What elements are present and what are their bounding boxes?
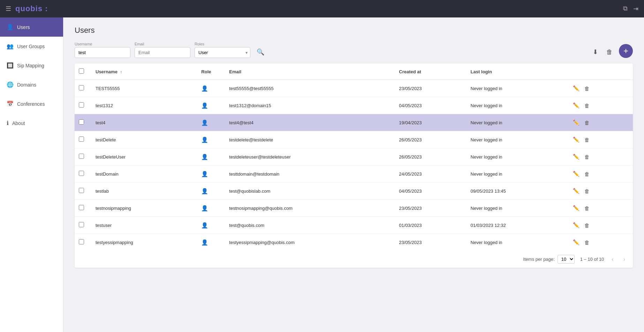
email-filter-group: Email (135, 42, 190, 58)
sidebar-item-about[interactable]: ℹ About (0, 113, 63, 133)
delete-button[interactable]: 🗑 (583, 187, 591, 195)
actions-cell: ✏️ 🗑 (571, 84, 629, 93)
row-email: test1312@domain15 (225, 97, 395, 114)
delete-button[interactable]: 🗑 (583, 84, 591, 93)
edit-button[interactable]: ✏️ (571, 84, 581, 93)
table-row: testDomain 👤 testtdomain@testdomain 24/0… (75, 165, 633, 183)
row-email: testyessipmapping@quobis.com (225, 234, 395, 251)
delete-button[interactable]: 🗑 (583, 119, 591, 127)
sidebar-label-sip-mapping: Sip Mapping (17, 63, 44, 68)
logout-icon[interactable]: ⇥ (633, 5, 638, 13)
delete-button[interactable]: 🗑 (583, 170, 591, 178)
edit-button[interactable]: ✏️ (571, 221, 581, 229)
edit-button[interactable]: ✏️ (571, 170, 581, 178)
row-role: 👤 (197, 131, 225, 148)
edit-button[interactable]: ✏️ (571, 153, 581, 161)
external-link-icon[interactable]: ⧉ (623, 5, 628, 13)
row-email: test@quobis.com (225, 217, 395, 234)
row-actions-cell: ✏️ 🗑 (567, 217, 633, 234)
items-per-page-label: Items per page: (523, 257, 554, 262)
row-email: testdeleteuser@testdeleteuser (225, 148, 395, 165)
row-role: 👤 (197, 217, 225, 234)
edit-button[interactable]: ✏️ (571, 187, 581, 195)
row-checkbox[interactable] (79, 205, 84, 210)
username-input[interactable] (75, 47, 130, 58)
page-title: Users (75, 26, 633, 35)
sidebar-item-domains[interactable]: 🌐 Domains (0, 75, 63, 94)
row-checkbox[interactable] (79, 85, 84, 90)
items-per-page-select[interactable]: 10 25 50 (558, 255, 575, 264)
search-button[interactable]: 🔍 (255, 46, 266, 58)
delete-button[interactable]: 🗑 (583, 102, 591, 110)
row-username: testuser (91, 217, 197, 234)
edit-button[interactable]: ✏️ (571, 204, 581, 212)
header-checkbox-col (75, 64, 91, 80)
row-checkbox[interactable] (79, 239, 84, 244)
sidebar-label-users: Users (17, 24, 30, 30)
row-last-login: Never logged in (467, 148, 567, 165)
delete-button[interactable]: 🗑 (583, 204, 591, 212)
pagination-range: 1 – 10 of 10 (580, 257, 604, 262)
download-button[interactable]: ⬇ (591, 46, 600, 58)
prev-page-button[interactable]: ‹ (609, 256, 615, 263)
user-role-icon: 👤 (201, 120, 208, 126)
roles-select[interactable]: User Admin Superadmin (195, 47, 250, 58)
edit-button[interactable]: ✏️ (571, 135, 581, 144)
topbar-right: ⧉ ⇥ (623, 5, 638, 13)
delete-button[interactable]: 🗑 (583, 238, 591, 246)
row-checkbox[interactable] (79, 171, 84, 176)
topbar: ☰ quobis : ⧉ ⇥ (0, 0, 644, 17)
next-page-button[interactable]: › (621, 256, 627, 263)
row-role: 👤 (197, 80, 225, 97)
delete-selected-button[interactable]: 🗑 (604, 46, 615, 58)
user-role-icon: 👤 (201, 239, 208, 245)
row-checkbox[interactable] (79, 188, 84, 193)
actions-cell: ✏️ 🗑 (571, 187, 629, 195)
delete-button[interactable]: 🗑 (583, 221, 591, 229)
row-username: testnosipmapping (91, 200, 197, 217)
row-last-login: Never logged in (467, 80, 567, 97)
delete-button[interactable]: 🗑 (583, 153, 591, 161)
email-input[interactable] (135, 47, 190, 58)
row-checkbox[interactable] (79, 222, 84, 227)
delete-button[interactable]: 🗑 (583, 136, 591, 144)
sidebar-item-users[interactable]: 👤 Users (0, 17, 63, 37)
user-role-icon: 👤 (201, 171, 208, 177)
row-username: test1312 (91, 97, 197, 114)
row-checkbox[interactable] (79, 154, 84, 159)
table-row: TEST55555 👤 test55555@test55555 23/05/20… (75, 80, 633, 97)
table-row: testlab 👤 test@quobislab.com 04/05/2023 … (75, 183, 633, 200)
row-checkbox[interactable] (79, 102, 84, 108)
row-checkbox-cell (75, 97, 91, 114)
add-user-button[interactable]: + (619, 44, 633, 58)
row-username: test4 (91, 114, 197, 131)
sidebar-item-user-groups[interactable]: 👥 User Groups (0, 37, 63, 56)
row-last-login: 09/05/2023 13:45 (467, 183, 567, 200)
sidebar-label-user-groups: User Groups (17, 44, 45, 49)
row-created: 23/05/2023 (395, 200, 466, 217)
row-checkbox[interactable] (79, 137, 84, 142)
row-checkbox[interactable] (79, 119, 84, 125)
email-label: Email (135, 42, 190, 46)
header-username[interactable]: Username ↑ (91, 64, 197, 80)
row-last-login: Never logged in (467, 165, 567, 183)
sidebar-item-sip-mapping[interactable]: 🔲 Sip Mapping (0, 56, 63, 75)
table-row: testnosipmapping 👤 testnosipmapping@quob… (75, 200, 633, 217)
menu-icon[interactable]: ☰ (6, 5, 11, 13)
actions-cell: ✏️ 🗑 (571, 238, 629, 246)
row-checkbox-cell (75, 200, 91, 217)
edit-button[interactable]: ✏️ (571, 118, 581, 127)
user-role-icon: 👤 (201, 154, 208, 160)
user-role-icon: 👤 (201, 205, 208, 211)
user-role-icon: 👤 (201, 188, 208, 194)
edit-button[interactable]: ✏️ (571, 238, 581, 246)
row-role: 👤 (197, 183, 225, 200)
select-all-checkbox[interactable] (79, 68, 84, 74)
header-created: Created at (395, 64, 466, 80)
row-email: testnosipmapping@quobis.com (225, 200, 395, 217)
row-username: testDelete (91, 131, 197, 148)
row-checkbox-cell (75, 234, 91, 251)
edit-button[interactable]: ✏️ (571, 101, 581, 110)
sidebar-item-conferences[interactable]: 📅 Conferences (0, 94, 63, 113)
table-body: TEST55555 👤 test55555@test55555 23/05/20… (75, 80, 633, 251)
